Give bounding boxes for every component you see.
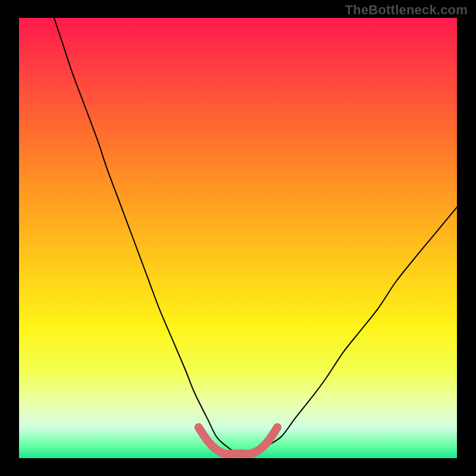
sweet-spot-marker — [199, 427, 277, 454]
watermark-text: TheBottleneck.com — [345, 2, 468, 18]
curve-layer — [19, 18, 457, 458]
chart-frame: TheBottleneck.com — [0, 0, 476, 476]
plot-area — [19, 18, 457, 458]
bottleneck-curve-path — [54, 18, 457, 455]
